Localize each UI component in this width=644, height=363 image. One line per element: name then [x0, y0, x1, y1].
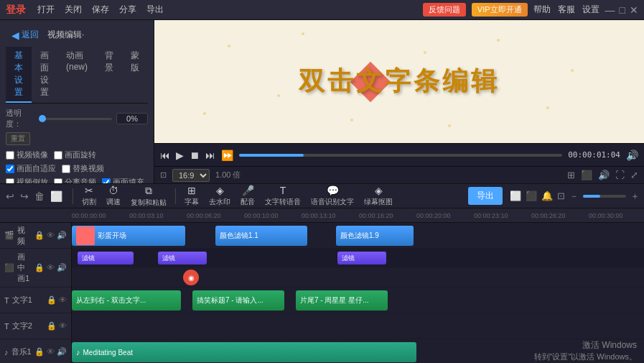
music1-eye-icon[interactable]: 👁: [47, 347, 55, 357]
play-forward-icon[interactable]: ⏭: [205, 150, 215, 161]
feedback-button[interactable]: 反馈问题: [423, 3, 466, 17]
volume-icon[interactable]: 🔊: [626, 150, 638, 161]
delete-button[interactable]: 🗑: [33, 189, 46, 203]
top-right: 反馈问题 VIP立即开通 帮助 客服 设置 — □ ✕: [423, 3, 638, 17]
subtitle-tool[interactable]: ⊞ 字幕: [180, 184, 203, 208]
play-button[interactable]: ▶: [176, 150, 184, 161]
resize-button[interactable]: ⬜: [49, 189, 64, 203]
clip-filter-1[interactable]: 颜色滤镜1.1: [215, 226, 307, 246]
check-reverse[interactable]: 视频倒放: [6, 177, 48, 183]
undo-button[interactable]: ↩: [4, 189, 16, 203]
video-mute-icon[interactable]: 🔊: [57, 231, 67, 240]
progress-bar[interactable]: [239, 154, 562, 157]
copy-tool[interactable]: ⧉ 复制和粘贴: [126, 184, 171, 208]
timeline-icon-1[interactable]: ⬜: [510, 190, 521, 201]
menu-close[interactable]: 关闭: [65, 4, 82, 16]
video-lock-icon[interactable]: 🔒: [34, 231, 45, 240]
play-end-icon[interactable]: ⏩: [221, 150, 233, 161]
check-mirror[interactable]: 视频镜像: [6, 150, 48, 160]
menu-export[interactable]: 导出: [146, 4, 164, 16]
text2-eye-icon[interactable]: 👁: [59, 321, 67, 331]
preview-icon-2[interactable]: ⬛: [581, 170, 592, 180]
pip-marker[interactable]: ◉: [183, 270, 199, 285]
pip-eye-icon[interactable]: 👁: [47, 263, 55, 272]
vip-button[interactable]: VIP立即开通: [472, 3, 528, 17]
filter-3[interactable]: 滤镜: [337, 252, 386, 265]
zoom-slider[interactable]: [583, 195, 626, 198]
maximize-btn[interactable]: □: [620, 4, 625, 16]
aspect-select[interactable]: 16:9: [172, 169, 210, 182]
preview-icon-5[interactable]: ⤢: [630, 170, 638, 180]
video-eye-icon[interactable]: 👁: [47, 231, 55, 240]
text-clip-3[interactable]: 片尾7 - 周星星 星仔...: [296, 290, 388, 311]
check-rotate[interactable]: 画面旋转: [54, 150, 96, 160]
tab-animation[interactable]: 动画(new): [57, 47, 96, 103]
tab-bg[interactable]: 背景: [96, 47, 122, 103]
reset-button[interactable]: 重置: [6, 132, 30, 145]
close-btn[interactable]: ✕: [630, 4, 638, 16]
voice-text-tool[interactable]: 💬 语音识别文字: [307, 184, 358, 208]
back-button[interactable]: ◀ 返回: [6, 26, 45, 44]
watermark-tool[interactable]: ◈ 去水印: [205, 184, 235, 208]
tts-tool[interactable]: T 文字转语音: [261, 184, 305, 208]
menu-share[interactable]: 分享: [119, 4, 136, 16]
main-area: ◀ 返回 视频编辑· 基本设置 画面设置 动画(new) 背景 蒙版 透明度： …: [0, 20, 644, 184]
text-clip-1-label: 从左到右 - 双击文字...: [76, 295, 146, 305]
play-back-icon[interactable]: ⏮: [160, 150, 170, 161]
check-separate[interactable]: 分离音频: [54, 177, 96, 183]
ruler-4: 00:00:13:10: [302, 212, 359, 219]
preview-icon-3[interactable]: 🔊: [598, 170, 610, 180]
video-track-icon: 🎬: [4, 231, 14, 240]
preview-controls: ⏮ ▶ ⏹ ⏭ ⏩ 00:00:01:04 🔊: [154, 143, 644, 166]
smooth-icon: ⏱: [108, 185, 118, 196]
text1-lock-icon[interactable]: 🔒: [47, 295, 57, 305]
preview-area[interactable]: 双击文字条编辑: [154, 20, 644, 143]
copy-icon: ⧉: [145, 185, 152, 197]
menu-save[interactable]: 保存: [92, 4, 109, 16]
left-panel: ◀ 返回 视频编辑· 基本设置 画面设置 动画(new) 背景 蒙版 透明度： …: [0, 20, 154, 183]
check-fit[interactable]: 画面自适应: [6, 163, 56, 174]
export-button[interactable]: 导出: [468, 187, 503, 205]
service-text[interactable]: 客服: [558, 4, 575, 16]
redo-button[interactable]: ↪: [19, 189, 30, 203]
timeline-icon-4[interactable]: ⊡: [557, 190, 565, 201]
text2-lock-icon[interactable]: 🔒: [47, 321, 57, 331]
text-clip-2[interactable]: 搞笑标题7 - 请输入...: [192, 290, 284, 311]
stop-button[interactable]: ⏹: [190, 150, 200, 161]
text1-eye-icon[interactable]: 👁: [59, 295, 67, 305]
music1-lock-icon[interactable]: 🔒: [34, 347, 45, 357]
minimize-btn[interactable]: —: [605, 4, 615, 16]
transparency-slider[interactable]: [39, 118, 112, 120]
filter-2[interactable]: 滤镜: [158, 252, 207, 265]
music1-mute-icon[interactable]: 🔊: [57, 347, 67, 357]
zoom-out-icon[interactable]: －: [569, 190, 579, 203]
green-screen-tool[interactable]: ◈ 绿幕抠图: [360, 184, 397, 208]
check-replace[interactable]: 替换视频: [62, 163, 104, 174]
preview-icon-1[interactable]: ⊞: [567, 170, 575, 180]
clip-filter-2[interactable]: 颜色滤镜1.9: [336, 226, 414, 246]
voice-tool[interactable]: 🎤 配音: [236, 184, 259, 208]
text2-track-icon: T: [4, 322, 9, 331]
transparency-input[interactable]: 0%: [116, 113, 148, 124]
pip-mute-icon[interactable]: 🔊: [57, 263, 67, 272]
timeline-icon-3[interactable]: 🔔: [541, 190, 553, 201]
help-text[interactable]: 帮助: [533, 4, 551, 16]
smooth-tool[interactable]: ⏱ 调速: [102, 184, 125, 208]
transparency-label: 透明度：: [6, 108, 34, 129]
split-tool[interactable]: ✂ 切割: [78, 184, 101, 208]
clip-opening[interactable]: 彩蛋开场: [72, 226, 185, 246]
text-clip-1[interactable]: 从左到右 - 双击文字...: [72, 290, 181, 311]
music-clip-1[interactable]: ♪ Meditating Beat: [72, 342, 416, 362]
pip-lock-icon[interactable]: 🔒: [34, 263, 45, 272]
tab-screen[interactable]: 画面设置: [32, 47, 57, 103]
settings-text[interactable]: 设置: [582, 4, 599, 16]
filter-1[interactable]: 滤镜: [78, 252, 134, 265]
zoom-in-icon[interactable]: ＋: [630, 190, 640, 203]
tab-mask[interactable]: 蒙版: [122, 47, 148, 103]
preview-icon-4[interactable]: ⛶: [615, 170, 625, 180]
timeline-icon-2[interactable]: ⬛: [526, 190, 537, 201]
check-fill[interactable]: 画面填充: [102, 177, 144, 183]
menu-open[interactable]: 打开: [37, 4, 55, 16]
tab-basic[interactable]: 基本设置: [6, 47, 32, 103]
back-label: 返回: [22, 29, 39, 41]
